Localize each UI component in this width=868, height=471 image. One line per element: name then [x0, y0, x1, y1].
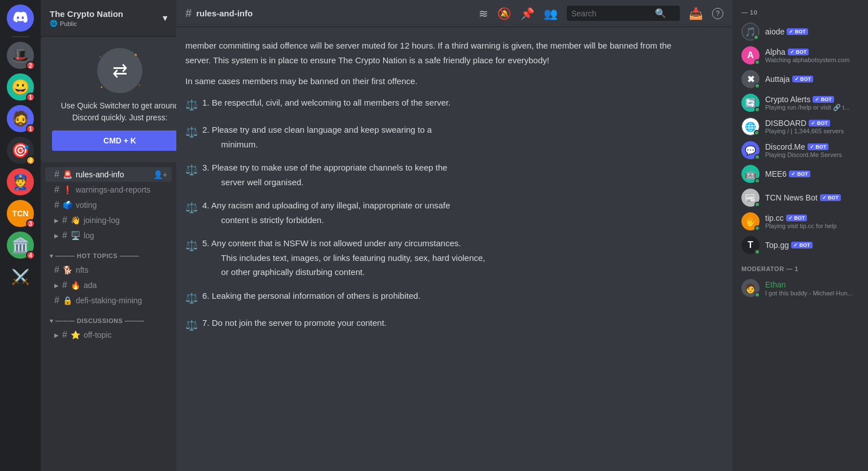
info-disboard: DISBOARD ✓ BOT Playing / | 1,344,665 ser…: [765, 119, 859, 134]
search-input[interactable]: [571, 9, 650, 18]
name-disboard: DISBOARD: [765, 119, 806, 128]
badge-man: 1: [26, 124, 35, 133]
member-crypto-alerts[interactable]: 🔄 Crypto Alerts ✓ BOT Playing run /help …: [737, 91, 863, 114]
moderators-section-title: MODERATOR — 1: [737, 265, 863, 277]
member-alpha[interactable]: A Alpha ✓ BOT Watching alphabotsystem.co…: [737, 44, 863, 67]
server-name: The Crypto Nation: [50, 9, 123, 19]
server-icon-hat[interactable]: 🎩 2: [7, 42, 34, 69]
channel-item-defi[interactable]: # 🔒 defi-staking-mining: [45, 293, 172, 308]
channel-item-log[interactable]: ▶ # 🖥️ log: [45, 228, 172, 243]
channel-label-warnings: warnings-and-reports: [76, 185, 150, 194]
server-dropdown-icon[interactable]: ▾: [163, 13, 167, 23]
member-auttaja[interactable]: ✖ Auttaja ✓ BOT: [737, 68, 863, 90]
member-tcn-news[interactable]: 📰 TCN News Bot ✓ BOT: [737, 186, 863, 209]
members-icon[interactable]: 👥: [544, 7, 558, 20]
name-aiode: aiode: [765, 27, 784, 36]
avatar-auttaja: ✖: [741, 70, 760, 88]
server-icon-target[interactable]: 🎯 4: [7, 137, 34, 164]
channel-header-name: # rules-and-info: [185, 7, 253, 20]
activity-ethan: I got this buddy - Michael Hun...: [765, 290, 859, 296]
channel-label-ada: ada: [84, 281, 97, 290]
server-icon-knight[interactable]: ⚔️: [7, 263, 34, 290]
channels-list: # 🚨 rules-and-info 👤+ # ❗ warnings-and-r…: [41, 162, 176, 471]
threads-icon[interactable]: ≋: [479, 7, 488, 20]
help-icon[interactable]: ?: [712, 8, 723, 19]
rule-text-2: 2. Please try and use clean language and…: [202, 123, 432, 151]
rule-icon-4: ⚖️: [185, 199, 198, 217]
server-icon-cop[interactable]: 👮: [7, 168, 34, 195]
rule-text-4: 4. Any racism and uploading of any illeg…: [202, 198, 450, 227]
channel-label-log: log: [84, 231, 94, 240]
member-discord-me[interactable]: 💬 Discord.Me ✓ BOT Playing Discord.Me Se…: [737, 139, 863, 162]
header-icons: ≋ 🔕 📌 👥 🔍 📥 ?: [479, 6, 723, 21]
member-disboard[interactable]: 🌐 DISBOARD ✓ BOT Playing / | 1,344,665 s…: [737, 115, 863, 138]
status-ethan: [754, 292, 760, 298]
channel-item-rules-and-info[interactable]: # 🚨 rules-and-info 👤+: [45, 167, 172, 182]
avatar-alpha: A: [741, 46, 760, 64]
inbox-icon[interactable]: 📥: [689, 7, 703, 20]
activity-alpha: Watching alphabotsystem.com: [765, 56, 859, 63]
member-tipcc[interactable]: 🖐️ tip.cc ✓ BOT Playing visit tip.cc for…: [737, 210, 863, 233]
bot-badge-tipcc: ✓ BOT: [786, 215, 808, 221]
server-icon-tcn[interactable]: TCN 3: [7, 200, 34, 227]
rule-1: ⚖️ 1. Be respectful, civil, and welcomin…: [185, 95, 692, 114]
messages-area[interactable]: member committing said offence will be s…: [176, 27, 732, 471]
badge-tcn: 3: [26, 219, 35, 228]
status-topgg: [754, 249, 760, 255]
rule-text-1: 1. Be respectful, civil, and welcoming t…: [202, 95, 450, 110]
info-ethan: Ethan I got this buddy - Michael Hun...: [765, 280, 859, 296]
rule-text-5: 5. Any content that is NSFW is not allow…: [202, 236, 485, 280]
quick-switcher-overlay: × ⇄ ✦ ● + + Use Quick Switcher to get ar…: [41, 37, 176, 162]
rule-5: ⚖️ 5. Any content that is NSFW is not al…: [185, 236, 692, 280]
avatar-mee6: 🤖: [741, 165, 760, 183]
channel-item-warnings[interactable]: # ❗ warnings-and-reports: [45, 182, 172, 197]
info-alpha: Alpha ✓ BOT Watching alphabotsystem.com: [765, 47, 859, 63]
channel-label-joining: joining-log: [84, 216, 120, 225]
bots-section-title: — 10: [737, 9, 863, 20]
channel-item-voting[interactable]: # 🗳️ voting: [45, 198, 172, 212]
category-hot-topics[interactable]: ▾ ——— HOT TOPICS ———: [41, 243, 176, 262]
rule-3: ⚖️ 3. Please try to make use of the appr…: [185, 160, 692, 189]
activity-discord-me: Playing Discord.Me Servers: [765, 151, 859, 158]
bot-badge-aiode: ✓ BOT: [787, 28, 808, 35]
info-tipcc: tip.cc ✓ BOT Playing visit tip.cc for he…: [765, 213, 859, 229]
search-bar[interactable]: 🔍: [567, 6, 680, 21]
channel-header: # rules-and-info ≋ 🔕 📌 👥 🔍 📥 ?: [176, 0, 732, 27]
channel-item-off-topic[interactable]: ▶ # ⭐ off-topic: [45, 328, 172, 342]
info-discord-me: Discord.Me ✓ BOT Playing Discord.Me Serv…: [765, 142, 859, 158]
server-icon-green[interactable]: 🏛️ 4: [7, 232, 34, 259]
quick-switcher-title: Use Quick Switcher to get around Discord…: [52, 100, 176, 124]
status-aiode: [753, 34, 759, 40]
name-topgg: Top.gg: [765, 241, 789, 250]
bot-badge-discord-me: ✓ BOT: [808, 143, 829, 150]
pin-icon[interactable]: 📌: [520, 7, 535, 20]
name-crypto-alerts: Crypto Alerts: [765, 95, 810, 104]
channel-item-joining-log[interactable]: ▶ # 👋 joining-log: [45, 213, 172, 228]
member-mee6[interactable]: 🤖 MEE6 ✓ BOT: [737, 163, 863, 185]
add-member-icon[interactable]: 👤+: [153, 170, 167, 179]
status-disboard: [754, 130, 760, 136]
rule-4: ⚖️ 4. Any racism and uploading of any il…: [185, 198, 692, 227]
name-auttaja: Auttaja: [765, 75, 790, 84]
discord-home-button[interactable]: [7, 5, 34, 32]
muted-icon[interactable]: 🔕: [497, 7, 511, 20]
channel-label-off-topic: off-topic: [84, 330, 112, 339]
server-icon-face[interactable]: 😀 1: [7, 73, 34, 101]
category-discussions[interactable]: ▾ ——— DISCUSSIONS ———: [41, 308, 176, 327]
quick-switcher-button[interactable]: CMD + K: [52, 130, 176, 151]
member-aiode[interactable]: 🎵 aiode ✓ BOT: [737, 20, 863, 43]
member-topgg[interactable]: T Top.gg ✓ BOT: [737, 234, 863, 256]
status-crypto-alerts: [754, 107, 760, 112]
header-channel-name: rules-and-info: [196, 8, 253, 18]
info-crypto-alerts: Crypto Alerts ✓ BOT Playing run /help or…: [765, 95, 859, 111]
member-ethan[interactable]: 🧑 Ethan I got this buddy - Michael Hun..…: [737, 277, 863, 299]
status-tcn-news: [754, 202, 760, 207]
message-content: member committing said offence will be s…: [185, 38, 692, 334]
server-icon-man[interactable]: 🧔 1: [7, 105, 34, 132]
channel-item-ada[interactable]: ▶ # 🔥 ada: [45, 278, 172, 293]
activity-crypto-alerts: Playing run /help or visit 🔗 t...: [765, 104, 859, 111]
info-mee6: MEE6 ✓ BOT: [765, 169, 859, 178]
avatar-discord-me: 💬: [741, 141, 760, 159]
channel-item-nfts[interactable]: # 🐕 ‍nfts: [45, 263, 172, 277]
server-header[interactable]: The Crypto Nation 🌐 Public ▾: [41, 0, 176, 37]
